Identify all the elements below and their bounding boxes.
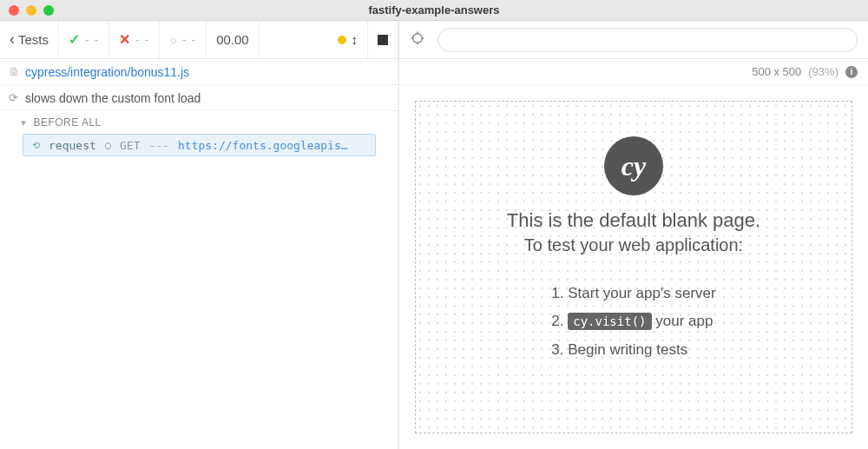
circle-icon: ○ (169, 33, 176, 47)
circle-icon: ○ (105, 139, 111, 151)
failed-count[interactable]: ✕ - - (109, 21, 160, 58)
blank-heading-2: To test your web application: (416, 235, 852, 255)
command-method: GET (120, 139, 140, 152)
hook-label: BEFORE ALL (33, 116, 101, 129)
command-name: request (49, 139, 96, 152)
caret-down-icon: ▼ (19, 118, 28, 128)
cy-visit-code: cy.visit() (568, 313, 651, 330)
yellow-dot-icon (338, 36, 346, 44)
command-dashes: --- (149, 139, 169, 152)
passed-count[interactable]: ✓ - - (59, 21, 109, 58)
spinner-icon: ⟳ (9, 91, 18, 104)
pending-count[interactable]: ○ - - (160, 21, 207, 58)
viewport-scale: (93%) (808, 65, 838, 78)
stop-button[interactable] (368, 21, 398, 58)
spec-file-row[interactable]: 🗎 cypress/integration/bonus11.js (0, 59, 398, 85)
viewport-size: 500 x 500 (752, 65, 801, 78)
test-title-row[interactable]: ⟳ slows down the custom font load (0, 85, 398, 111)
file-icon: 🗎 (9, 65, 20, 78)
updown-icon: ↕ (352, 32, 358, 47)
auto-scroll-button[interactable]: ↕ (328, 21, 369, 58)
command-row[interactable]: ⟲ request ○ GET --- https://fonts.google… (23, 134, 376, 156)
blank-step-3: Begin writing tests (551, 336, 715, 364)
test-title: slows down the custom font load (25, 91, 201, 105)
minimize-window-button[interactable] (26, 5, 36, 16)
viewport-info[interactable]: 500 x 500 (93%) i (399, 59, 868, 85)
blank-step-2: cy.visit() your app (551, 307, 715, 335)
traffic-lights (0, 5, 54, 16)
url-input[interactable] (437, 28, 858, 52)
hook-row[interactable]: ▼ BEFORE ALL (0, 111, 398, 134)
check-icon: ✓ (69, 31, 80, 48)
selector-playground-icon[interactable] (410, 30, 425, 50)
tests-back-button[interactable]: ‹ Tests (0, 21, 59, 58)
maximize-window-button[interactable] (43, 5, 54, 16)
window-title: fastify-example-answers (0, 3, 868, 17)
cypress-logo: cy (604, 136, 663, 195)
stop-icon (378, 35, 388, 45)
spec-file-path: cypress/integration/bonus11.js (25, 65, 189, 79)
reporter-toolbar: ‹ Tests ✓ - - ✕ - - ○ - - 00.00 ↕ (0, 21, 398, 59)
blank-heading-1: This is the default blank page. (416, 209, 852, 232)
spinner-icon: ⟲ (32, 140, 40, 151)
timer: 00.00 (207, 21, 260, 58)
tests-label: Tests (18, 32, 49, 47)
chevron-left-icon: ‹ (10, 30, 15, 49)
command-url: https://fonts.googleapis… (178, 139, 366, 152)
aut-iframe-wrap: cy This is the default blank page. To te… (399, 85, 868, 449)
blank-steps-list: Start your app's server cy.visit() your … (551, 280, 715, 364)
info-icon[interactable]: i (845, 66, 858, 78)
reporter-panel: ‹ Tests ✓ - - ✕ - - ○ - - 00.00 ↕ (0, 21, 399, 449)
aut-blank-page: cy This is the default blank page. To te… (415, 101, 852, 433)
close-window-button[interactable] (9, 5, 19, 16)
blank-step-1: Start your app's server (551, 280, 715, 307)
window-titlebar: fastify-example-answers (0, 0, 868, 21)
aut-toolbar (399, 21, 868, 59)
aut-panel: 500 x 500 (93%) i cy This is the default… (399, 21, 868, 449)
x-icon: ✕ (119, 31, 130, 48)
svg-point-0 (413, 33, 423, 43)
